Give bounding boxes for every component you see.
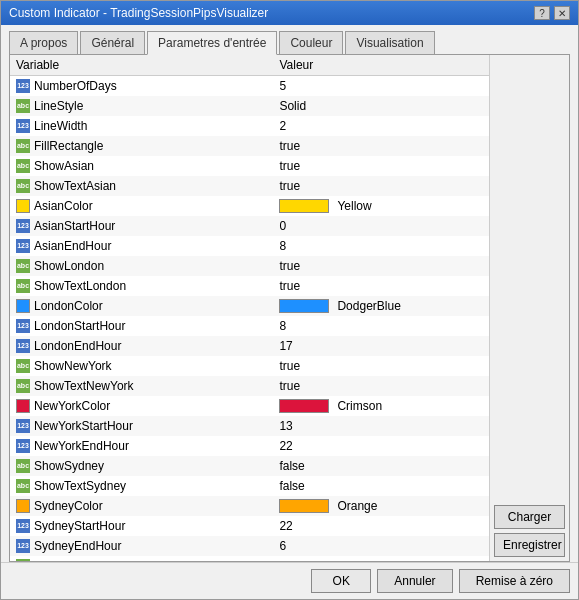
value-text: true — [273, 276, 489, 296]
window-title: Custom Indicator - TradingSessionPipsVis… — [9, 6, 268, 20]
table-row[interactable]: 123LondonEndHour17 — [10, 336, 489, 356]
value-text: 22 — [273, 516, 489, 536]
variable-name: ShowSydney — [34, 459, 104, 473]
table-row[interactable]: 123NumberOfDays5 — [10, 76, 489, 96]
table-row[interactable]: 123AsianStartHour0 — [10, 216, 489, 236]
variable-name: ShowTextAsian — [34, 179, 116, 193]
variable-name: LondonStartHour — [34, 319, 125, 333]
variable-name: ShowLondon — [34, 259, 104, 273]
row-icon: abc — [16, 379, 30, 393]
table-row[interactable]: abcShowAsiantrue — [10, 156, 489, 176]
table-row[interactable]: abcShowFrankfurtfalse — [10, 556, 489, 562]
value-text: Crimson — [337, 399, 382, 413]
charger-button[interactable]: Charger — [494, 505, 565, 529]
variable-name: AsianEndHour — [34, 239, 111, 253]
tabs-area: A propos Général Parametres d'entrée Cou… — [1, 25, 578, 54]
table-row[interactable]: 123LondonStartHour8 — [10, 316, 489, 336]
value-text: true — [273, 176, 489, 196]
tab-apropos[interactable]: A propos — [9, 31, 78, 54]
value-text: false — [273, 456, 489, 476]
tab-visualisation[interactable]: Visualisation — [345, 31, 434, 54]
variable-name: LineWidth — [34, 119, 87, 133]
value-text: false — [273, 476, 489, 496]
variable-name: SydneyEndHour — [34, 539, 121, 553]
row-icon — [16, 299, 30, 313]
table-row[interactable]: abcShowSydneyfalse — [10, 456, 489, 476]
title-bar: Custom Indicator - TradingSessionPipsVis… — [1, 1, 578, 25]
tab-parametres[interactable]: Parametres d'entrée — [147, 31, 277, 55]
row-icon: abc — [16, 99, 30, 113]
close-button[interactable]: ✕ — [554, 6, 570, 20]
row-icon — [16, 499, 30, 513]
table-row[interactable]: 123NewYorkEndHour22 — [10, 436, 489, 456]
variable-name: ShowNewYork — [34, 359, 112, 373]
variable-name: NewYorkStartHour — [34, 419, 133, 433]
row-icon: abc — [16, 279, 30, 293]
table-row[interactable]: 123SydneyStartHour22 — [10, 516, 489, 536]
table-row[interactable]: abcShowNewYorktrue — [10, 356, 489, 376]
variable-name: NewYorkEndHour — [34, 439, 129, 453]
value-text: 2 — [273, 116, 489, 136]
row-icon: abc — [16, 459, 30, 473]
color-swatch — [279, 399, 329, 413]
row-icon: 123 — [16, 519, 30, 533]
value-text: true — [273, 256, 489, 276]
ok-button[interactable]: OK — [311, 569, 371, 593]
enregistrer-button[interactable]: Enregistrer — [494, 533, 565, 557]
row-icon: 123 — [16, 439, 30, 453]
variable-name: NewYorkColor — [34, 399, 110, 413]
table-row[interactable]: abcShowTextNewYorktrue — [10, 376, 489, 396]
row-icon: abc — [16, 359, 30, 373]
help-button[interactable]: ? — [534, 6, 550, 20]
row-icon: 123 — [16, 239, 30, 253]
remise-button[interactable]: Remise à zéro — [459, 569, 570, 593]
value-text: true — [273, 156, 489, 176]
value-text: DodgerBlue — [337, 299, 400, 313]
variable-name: ShowTextNewYork — [34, 379, 134, 393]
table-row[interactable]: LondonColorDodgerBlue — [10, 296, 489, 316]
row-icon — [16, 399, 30, 413]
table-row[interactable]: AsianColorYellow — [10, 196, 489, 216]
annuler-button[interactable]: Annuler — [377, 569, 452, 593]
tab-couleur[interactable]: Couleur — [279, 31, 343, 54]
value-text: 17 — [273, 336, 489, 356]
table-row[interactable]: SydneyColorOrange — [10, 496, 489, 516]
color-swatch — [279, 299, 329, 313]
bottom-bar: OK Annuler Remise à zéro — [1, 562, 578, 599]
value-text: Solid — [273, 96, 489, 116]
variable-name: ShowTextSydney — [34, 479, 126, 493]
row-icon: abc — [16, 159, 30, 173]
table-row[interactable]: 123SydneyEndHour6 — [10, 536, 489, 556]
table-row[interactable]: abcFillRectangletrue — [10, 136, 489, 156]
table-row[interactable]: NewYorkColorCrimson — [10, 396, 489, 416]
right-panel: Charger Enregistrer — [489, 55, 569, 561]
table-row[interactable]: abcShowTextSydneyfalse — [10, 476, 489, 496]
value-text: false — [273, 556, 489, 562]
row-icon: abc — [16, 179, 30, 193]
variable-name: FillRectangle — [34, 139, 103, 153]
row-icon: 123 — [16, 319, 30, 333]
params-table: Variable Valeur 123NumberOfDays5abcLineS… — [10, 55, 489, 561]
table-row[interactable]: 123LineWidth2 — [10, 116, 489, 136]
variable-name: SydneyColor — [34, 499, 103, 513]
main-window: Custom Indicator - TradingSessionPipsVis… — [0, 0, 579, 600]
variable-name: LondonColor — [34, 299, 103, 313]
variable-name: LineStyle — [34, 99, 83, 113]
row-icon: abc — [16, 479, 30, 493]
table-row[interactable]: abcShowLondontrue — [10, 256, 489, 276]
value-text: true — [273, 356, 489, 376]
row-icon: abc — [16, 559, 30, 562]
table-row[interactable]: abcLineStyleSolid — [10, 96, 489, 116]
color-swatch — [279, 199, 329, 213]
tab-general[interactable]: Général — [80, 31, 145, 54]
table-row[interactable]: abcShowTextLondontrue — [10, 276, 489, 296]
row-icon: abc — [16, 259, 30, 273]
row-icon: abc — [16, 139, 30, 153]
value-text: 5 — [273, 76, 489, 96]
variable-name: ShowFrankfurt — [34, 559, 112, 562]
table-row[interactable]: 123AsianEndHour8 — [10, 236, 489, 256]
row-icon: 123 — [16, 119, 30, 133]
table-row[interactable]: abcShowTextAsiantrue — [10, 176, 489, 196]
table-row[interactable]: 123NewYorkStartHour13 — [10, 416, 489, 436]
value-text: 22 — [273, 436, 489, 456]
